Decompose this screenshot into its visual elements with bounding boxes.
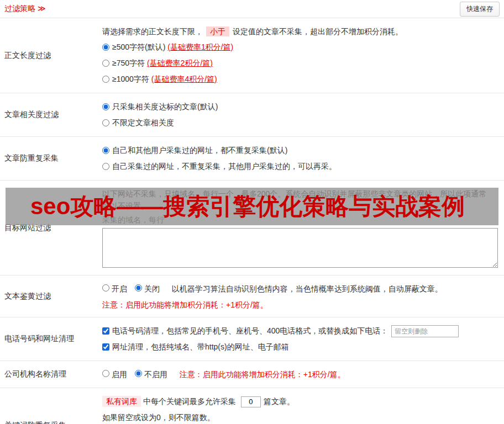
watermark-text: seo攻略——搜索引擎优化策略与实战案例 [6, 191, 465, 222]
porn-filter-off-radio[interactable] [135, 284, 142, 292]
relevance-option-any[interactable]: 不限定文章相关度 [102, 115, 497, 131]
option-label: 电话号码清理，包括常见的手机号、座机号、400电话格式，或替换成如下电话： [112, 323, 388, 339]
length-radio-1000[interactable] [102, 76, 109, 83]
keyword-dedup-note-1: 如果留空或设为0，则不限篇数。 [102, 411, 497, 424]
setting-text: 中每个关键词最多允许采集 [143, 397, 236, 406]
length-radio-500[interactable] [102, 44, 109, 51]
company-clean-cost-note: 注意：启用此功能将增加积分消耗：+1积分/篇。 [180, 370, 345, 379]
relevance-radio-any[interactable] [102, 119, 109, 126]
replacement-phone-input[interactable] [391, 325, 459, 337]
porn-filter-on-option[interactable]: 开启 [102, 284, 129, 293]
row-keyword-dedup: 关键词防重复采集 私有词库中每个关键词最多允许采集 篇文章。 如果留空或设为0，… [0, 388, 504, 424]
row-label: 电话号码和网址清理 [0, 317, 102, 361]
keyword-dedup-setting-line: 私有词库中每个关键词最多允许采集 篇文章。 [102, 395, 497, 407]
watermark-overlay: seo攻略——搜索引擎优化策略与实战案例 [6, 188, 498, 225]
url-clean-checkbox[interactable] [102, 343, 109, 351]
private-thesaurus-badge: 私有词库 [102, 396, 141, 407]
company-clean-on-option[interactable]: 启用 [102, 370, 129, 379]
option-label: 自己和其他用户采集过的网址，都不重复采集(默认) [112, 142, 287, 158]
row-label: 正文长度过滤 [0, 18, 102, 93]
length-filter-intro: 请选择需求的正文长度下限，小于设定值的文章不采集，超出部分不增加积分消耗。 [102, 25, 497, 38]
option-label: 不限定文章相关度 [112, 115, 174, 131]
option-label: 关闭 [144, 284, 160, 293]
option-label: 启用 [112, 370, 127, 379]
porn-filter-off-option[interactable]: 关闭 [135, 284, 162, 293]
company-clean-on-radio[interactable] [102, 370, 109, 377]
row-label: 关键词防重复采集 [0, 388, 102, 424]
option-cost-note: (基础费率2积分/篇) [147, 55, 213, 71]
row-porn-filter: 文本鉴黄过滤 开启 关闭 以机器学习算法自动识别色情内容，当色情概率达到系统阈值… [0, 275, 504, 317]
url-clean-option[interactable]: 网址清理，包括纯域名、带http(s)的网址、电子邮箱 [102, 339, 497, 355]
row-label: 文本鉴黄过滤 [0, 275, 102, 317]
porn-filter-cost-note: 注意：启用此功能将增加积分消耗：+1积分/篇。 [102, 298, 497, 311]
option-label: 不启用 [144, 370, 167, 379]
setting-text: 篇文章。 [264, 397, 295, 406]
option-label: 只采集相关度达标的文章(默认) [112, 99, 218, 115]
company-clean-off-radio[interactable] [135, 370, 142, 377]
phone-clean-checkbox[interactable] [102, 327, 109, 335]
option-label: 开启 [112, 284, 127, 293]
length-option-750[interactable]: ≥750字符 (基础费率2积分/篇) [102, 55, 497, 71]
relevance-option-strict[interactable]: 只采集相关度达标的文章(默认) [102, 99, 497, 115]
page: 过滤策略 ≫ 快速保存 正文长度过滤 请选择需求的正文长度下限，小于设定值的文章… [0, 0, 504, 424]
option-label: 网址清理，包括纯域名、带http(s)的网址、电子邮箱 [112, 339, 289, 355]
dedup-option-global[interactable]: 自己和其他用户采集过的网址，都不重复采集(默认) [102, 142, 497, 158]
option-label: ≥750字符 [112, 55, 145, 71]
row-label: 公司机构名称清理 [0, 361, 102, 388]
length-option-500[interactable]: ≥500字符(默认) (基础费率1积分/篇) [102, 39, 497, 55]
quick-save-button[interactable]: 快速保存 [460, 2, 500, 17]
porn-filter-description: 以机器学习算法自动识别色情内容，当色情概率达到系统阈值，自动屏蔽文章。 [172, 284, 443, 293]
option-cost-note: (基础费率4积分/篇) [151, 71, 217, 87]
row-dedup-collect: 文章防重复采集 自己和其他用户采集过的网址，都不重复采集(默认) 自己采集过的网… [0, 137, 504, 181]
row-relevance-filter: 文章相关度过滤 只采集相关度达标的文章(默认) 不限定文章相关度 [0, 93, 504, 137]
less-than-highlight: 小于 [206, 26, 229, 36]
porn-filter-on-radio[interactable] [102, 284, 109, 292]
row-length-filter: 正文长度过滤 请选择需求的正文长度下限，小于设定值的文章不采集，超出部分不增加积… [0, 18, 504, 93]
row-label: 文章相关度过滤 [0, 93, 102, 136]
intro-text: 设定值的文章不采集，超出部分不增加积分消耗。 [233, 27, 403, 36]
phone-clean-option[interactable]: 电话号码清理，包括常见的手机号、座机号、400电话格式，或替换成如下电话： [102, 323, 497, 339]
length-radio-750[interactable] [102, 60, 109, 67]
page-title[interactable]: 过滤策略 ≫ [4, 4, 46, 14]
length-option-1000[interactable]: ≥1000字符 (基础费率4积分/篇) [102, 71, 497, 87]
max-articles-input[interactable] [241, 396, 261, 407]
topbar: 过滤策略 ≫ 快速保存 [0, 0, 504, 18]
row-company-clean: 公司机构名称清理 启用 不启用 注意：启用此功能将增加积分消耗：+1积分/篇。 [0, 361, 504, 388]
row-label: 文章防重复采集 [0, 137, 102, 180]
option-label: ≥500字符(默认) [112, 39, 165, 55]
row-phone-url-clean: 电话号码和网址清理 电话号码清理，包括常见的手机号、座机号、400电话格式，或替… [0, 317, 504, 361]
intro-text: 请选择需求的正文长度下限， [102, 27, 203, 36]
option-label: 自己采集过的网址，不重复采集，其他用户采集过的，可以再采。 [112, 158, 337, 174]
option-label: ≥1000字符 [112, 71, 149, 87]
company-clean-off-option[interactable]: 不启用 [135, 370, 170, 379]
dedup-option-self[interactable]: 自己采集过的网址，不重复采集，其他用户采集过的，可以再采。 [102, 158, 497, 174]
relevance-radio-strict[interactable] [102, 103, 109, 110]
dedup-radio-global[interactable] [102, 147, 109, 154]
option-cost-note: (基础费率1积分/篇) [167, 39, 233, 55]
dedup-radio-self[interactable] [102, 163, 109, 170]
blocked-domains-textarea[interactable] [102, 228, 498, 268]
